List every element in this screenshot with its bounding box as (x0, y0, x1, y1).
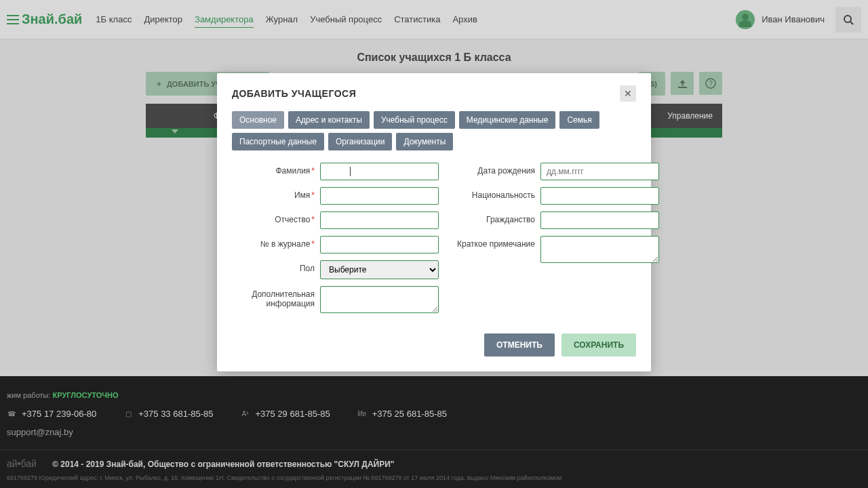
footer-logo: ай•бай (7, 458, 37, 469)
tab-2[interactable]: Учебный процесс (374, 111, 455, 129)
tab-6[interactable]: Организации (328, 133, 393, 150)
label-name: Имя (294, 190, 310, 200)
label-journal-no: № в журнале (260, 239, 311, 249)
label-citizenship: Гражданство (486, 215, 535, 224)
footer-phones: ☎+375 17 239-06-80 ▢+375 33 681-85-85 A¹… (7, 409, 861, 419)
tab-0[interactable]: Основное (232, 111, 284, 129)
label-extra: Дополнительная информация (252, 289, 315, 308)
label-surname: Фамилия (275, 166, 310, 176)
textarea-extra[interactable] (320, 286, 439, 313)
input-journal-no[interactable] (320, 236, 439, 253)
label-nationality: Национальность (472, 190, 535, 200)
tab-4[interactable]: Семья (559, 111, 599, 129)
footer-email[interactable]: support@znaj.by (7, 427, 861, 437)
phone-1[interactable]: ☎+375 17 239-06-80 (7, 409, 96, 419)
phone-3[interactable]: A¹+375 29 681-85-85 (240, 409, 330, 419)
field-surname: Фамилия* (232, 163, 439, 180)
working-hours: жим работы: КРУГЛОСУТОЧНО (7, 391, 861, 399)
label-gender: Пол (300, 264, 315, 273)
tab-5[interactable]: Паспортные данные (232, 133, 324, 150)
input-surname[interactable] (320, 163, 439, 180)
label-note: Краткое примечание (457, 239, 535, 249)
phone-4[interactable]: life+375 25 681-85-85 (357, 409, 447, 419)
input-patronymic[interactable] (320, 211, 439, 229)
phone-2[interactable]: ▢+375 33 681-85-85 (123, 409, 213, 419)
legal-text: 691769279 Юридический адрес: г. Минск, у… (7, 474, 861, 481)
tab-3[interactable]: Медицинские данные (459, 111, 556, 129)
tab-1[interactable]: Адрес и контакты (288, 111, 370, 129)
add-student-modal: ДОБАВИТЬ УЧАЩЕГОСЯ ✕ ОсновноеАдрес и кон… (217, 73, 651, 371)
save-button[interactable]: СОХРАНИТЬ (561, 333, 636, 357)
modal-tabs: ОсновноеАдрес и контактыУчебный процессМ… (232, 111, 636, 150)
select-gender[interactable]: Выберите (320, 260, 439, 279)
input-dob[interactable] (540, 163, 659, 180)
input-name[interactable] (320, 187, 439, 205)
input-citizenship[interactable] (540, 211, 659, 229)
tab-7[interactable]: Документы (396, 133, 453, 150)
cancel-button[interactable]: ОТМЕНИТЬ (484, 333, 555, 357)
modal-title: ДОБАВИТЬ УЧАЩЕГОСЯ (232, 88, 620, 99)
footer: жим работы: КРУГЛОСУТОЧНО ☎+375 17 239-0… (0, 376, 868, 488)
textarea-note[interactable] (540, 236, 659, 263)
label-patronymic: Отчество (275, 215, 310, 224)
input-nationality[interactable] (540, 187, 659, 205)
close-button[interactable]: ✕ (620, 85, 636, 102)
copyright: © 2014 - 2019 Знай-бай, Общество с огран… (52, 460, 394, 469)
label-dob: Дата рождения (477, 166, 535, 176)
